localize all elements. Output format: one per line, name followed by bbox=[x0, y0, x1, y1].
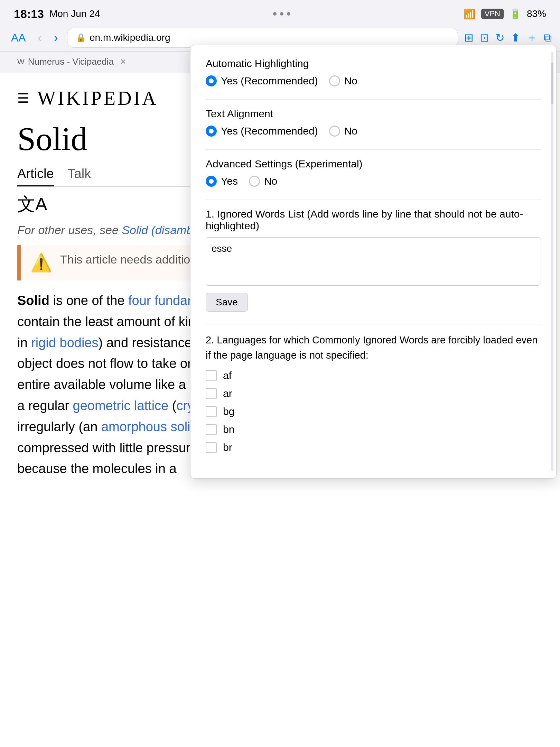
battery-icon: 🔋 bbox=[509, 8, 521, 20]
panel-section-auto-highlighting: Automatic Highlighting Yes (Recommended)… bbox=[206, 58, 541, 87]
overlay-panel: Automatic Highlighting Yes (Recommended)… bbox=[190, 45, 557, 479]
radio-advanced-no-unchecked[interactable] bbox=[249, 176, 260, 187]
tabs-icon[interactable]: ⧉ bbox=[544, 31, 552, 44]
radio-no-unchecked[interactable] bbox=[329, 75, 340, 86]
ignored-words-textarea[interactable]: esse bbox=[206, 237, 541, 286]
panel-scrollbar[interactable] bbox=[551, 52, 553, 471]
link-amorphous-solid[interactable]: amorphous solid bbox=[101, 419, 198, 434]
tab-talk[interactable]: Talk bbox=[68, 166, 91, 186]
lang-ar[interactable]: ar bbox=[206, 388, 541, 399]
warning-text: This article needs additio… bbox=[60, 253, 202, 266]
reader-icon[interactable]: ⊞ bbox=[464, 31, 474, 44]
wifi-icon: 📶 bbox=[464, 8, 476, 20]
advanced-settings-label: Advanced Settings (Experimental) bbox=[206, 158, 541, 170]
auto-highlighting-label: Automatic Highlighting bbox=[206, 58, 541, 70]
text-alignment-no[interactable]: No bbox=[329, 125, 357, 137]
checkbox-br[interactable] bbox=[206, 442, 217, 453]
checkbox-bn[interactable] bbox=[206, 424, 217, 435]
advanced-yes[interactable]: Yes bbox=[206, 175, 238, 187]
panel-section-languages: 2. Languages for which Commonly Ignored … bbox=[206, 333, 541, 453]
save-button[interactable]: Save bbox=[206, 293, 248, 312]
checkbox-bg[interactable] bbox=[206, 406, 217, 417]
hamburger-menu[interactable]: ☰ bbox=[17, 91, 29, 106]
status-dots bbox=[273, 12, 290, 16]
radio-text-no-unchecked[interactable] bbox=[329, 126, 340, 137]
font-size-button[interactable]: AA bbox=[8, 31, 29, 44]
panel-scrollbar-thumb[interactable] bbox=[551, 63, 553, 104]
status-time: 18:13 bbox=[14, 7, 44, 21]
text-alignment-yes[interactable]: Yes (Recommended) bbox=[206, 125, 318, 137]
divider-1 bbox=[206, 99, 541, 100]
status-date: Mon Jun 24 bbox=[49, 8, 100, 19]
text-alignment-options: Yes (Recommended) No bbox=[206, 125, 541, 137]
lang-br[interactable]: br bbox=[206, 442, 541, 453]
tab-article[interactable]: Article bbox=[17, 166, 54, 186]
radio-text-yes-checked[interactable] bbox=[206, 126, 217, 137]
status-right: 📶 VPN 🔋 83% bbox=[464, 8, 546, 20]
link-four-fundam[interactable]: four fundam bbox=[128, 293, 198, 308]
status-bar: 18:13 Mon Jun 24 📶 VPN 🔋 83% bbox=[0, 0, 560, 24]
checkbox-ar[interactable] bbox=[206, 388, 217, 399]
radio-yes-checked[interactable] bbox=[206, 75, 217, 86]
lang-bg[interactable]: bg bbox=[206, 406, 541, 417]
divider-3 bbox=[206, 200, 541, 200]
url-text: en.m.wikipedia.org bbox=[90, 32, 170, 43]
forward-button[interactable]: › bbox=[51, 30, 61, 45]
auto-highlighting-no[interactable]: No bbox=[329, 75, 357, 87]
divider-2 bbox=[206, 149, 541, 150]
advanced-settings-options: Yes No bbox=[206, 175, 541, 187]
link-geometric-lattice[interactable]: geometric lattice bbox=[73, 398, 169, 413]
battery-percent: 83% bbox=[527, 8, 546, 19]
browser-actions: ⊞ ⊡ ↻ ⬆ ＋ ⧉ bbox=[464, 30, 552, 45]
wikipedia-logo: Wikipedia bbox=[37, 87, 158, 109]
lock-icon: 🔒 bbox=[76, 33, 86, 43]
advanced-no[interactable]: No bbox=[249, 175, 277, 187]
browser-tab[interactable]: W Numerus - Vicipaedia ✕ bbox=[10, 52, 133, 73]
article-bold-solid: Solid bbox=[17, 293, 49, 308]
panel-section-advanced: Advanced Settings (Experimental) Yes No bbox=[206, 158, 541, 187]
text-alignment-label: Text Alignment bbox=[206, 108, 541, 120]
warning-icon: ⚠️ bbox=[30, 253, 52, 273]
radio-advanced-yes-checked[interactable] bbox=[206, 176, 217, 187]
vpn-badge: VPN bbox=[481, 9, 504, 19]
link-rigid-bodies[interactable]: rigid bodies bbox=[31, 335, 98, 350]
lang-bn[interactable]: bn bbox=[206, 424, 541, 435]
languages-intro: 2. Languages for which Commonly Ignored … bbox=[206, 333, 541, 363]
auto-highlighting-yes[interactable]: Yes (Recommended) bbox=[206, 75, 318, 87]
language-checkbox-list: af ar bg bn br bbox=[206, 370, 541, 453]
panel-section-text-alignment: Text Alignment Yes (Recommended) No bbox=[206, 108, 541, 137]
panel-section-ignored-words: 1. Ignored Words List (Add words line by… bbox=[206, 208, 541, 312]
checkbox-af[interactable] bbox=[206, 370, 217, 381]
back-button[interactable]: ‹ bbox=[35, 30, 45, 45]
refresh-icon[interactable]: ↻ bbox=[495, 31, 505, 44]
wiki-w-icon: W bbox=[17, 57, 25, 66]
ignored-words-label: 1. Ignored Words List (Add words line by… bbox=[206, 208, 541, 232]
browser-tab-label: Numerus - Vicipaedia bbox=[28, 56, 114, 67]
tab-close-icon[interactable]: ✕ bbox=[120, 57, 126, 66]
new-tab-icon[interactable]: ＋ bbox=[526, 30, 538, 45]
share-icon[interactable]: ⬆ bbox=[511, 31, 520, 44]
bookmark-icon[interactable]: ⊡ bbox=[480, 31, 489, 44]
auto-highlighting-options: Yes (Recommended) No bbox=[206, 75, 541, 87]
divider-4 bbox=[206, 324, 541, 324]
lang-af[interactable]: af bbox=[206, 370, 541, 381]
